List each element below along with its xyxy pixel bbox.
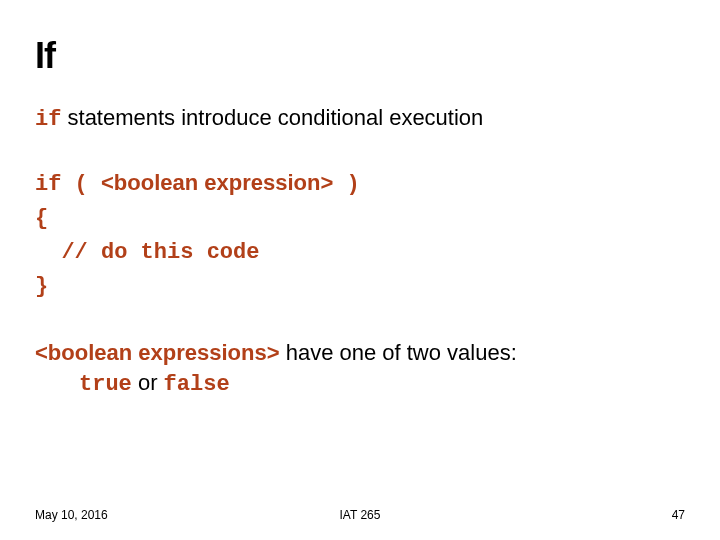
false-keyword: false xyxy=(164,372,230,397)
explanation-text: have one of two values: xyxy=(280,340,517,365)
footer-course: IAT 265 xyxy=(340,508,381,522)
code-block: if ( <boolean expression> ) { // do this… xyxy=(35,166,685,304)
if-keyword: if xyxy=(35,107,61,132)
code-close-paren: ) xyxy=(333,172,359,197)
code-line-4: } xyxy=(35,270,685,304)
code-line-2: { xyxy=(35,202,685,236)
intro-text: statements introduce conditional executi… xyxy=(61,105,483,130)
footer: May 10, 2016 IAT 265 47 xyxy=(35,508,685,522)
boolean-expressions-placeholder: <boolean expressions> xyxy=(35,340,280,365)
footer-date: May 10, 2016 xyxy=(35,508,108,522)
code-line-3: // do this code xyxy=(35,236,685,270)
intro-line: if statements introduce conditional exec… xyxy=(35,105,685,132)
slide-title: If xyxy=(35,35,685,77)
explanation-line: <boolean expressions> have one of two va… xyxy=(35,338,685,399)
footer-page: 47 xyxy=(672,508,685,522)
true-keyword: true xyxy=(79,372,132,397)
code-if-open: if ( xyxy=(35,172,101,197)
slide: If if statements introduce conditional e… xyxy=(0,0,720,540)
boolean-expression-placeholder: <boolean expression> xyxy=(101,170,333,195)
explanation-values: true or false xyxy=(35,368,685,400)
code-line-1: if ( <boolean expression> ) xyxy=(35,166,685,202)
or-text: or xyxy=(132,370,164,395)
